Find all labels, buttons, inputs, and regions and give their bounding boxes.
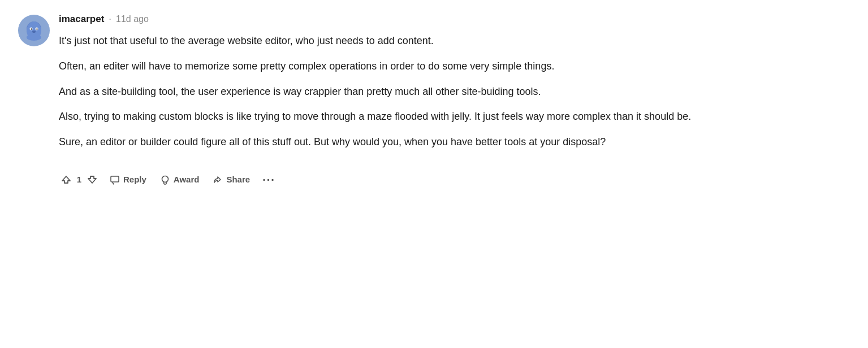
svg-point-7 [27,34,41,41]
paragraph-4: Also, trying to making custom blocks is … [59,108,810,125]
svg-point-4 [31,28,32,29]
svg-rect-8 [111,176,119,182]
more-options-button[interactable]: ··· [258,171,280,189]
vote-group: 1 [59,171,100,188]
comment-body: imacarpet · 11d ago It's just not that u… [59,14,810,189]
avatar [18,15,50,46]
username: imacarpet [59,14,104,25]
comment-container: imacarpet · 11d ago It's just not that u… [18,14,810,189]
svg-point-6 [32,31,36,33]
separator: · [109,14,111,25]
svg-point-9 [162,176,168,182]
vote-count: 1 [75,175,84,184]
reply-label: Reply [123,175,146,184]
paragraph-2: Often, an editer will have to memorize s… [59,58,810,75]
comment-text: It's just not that useful to the average… [59,33,810,150]
upvote-button[interactable] [59,171,74,188]
paragraph-1: It's just not that useful to the average… [59,33,810,49]
paragraph-3: And as a site-building tool, the user ex… [59,84,810,100]
comment-actions: 1 Reply [59,171,810,189]
paragraph-5: Sure, an editor or builder could figure … [59,134,810,150]
share-button[interactable]: Share [207,171,256,188]
award-button[interactable]: Award [154,171,205,188]
share-label: Share [226,175,250,184]
timestamp: 11d ago [116,14,149,24]
downvote-button[interactable] [85,171,100,188]
comment-header: imacarpet · 11d ago [59,14,810,25]
reply-button[interactable]: Reply [104,171,152,188]
award-label: Award [174,175,200,184]
svg-point-5 [36,28,37,29]
